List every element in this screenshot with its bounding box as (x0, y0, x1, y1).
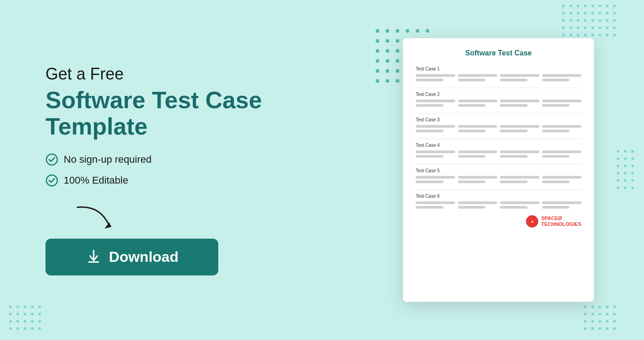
line (500, 150, 539, 153)
line (416, 206, 443, 209)
brand-name-text: SPACEØ (541, 215, 562, 221)
test-case-4-label: Test Case 4 (416, 143, 581, 148)
line (542, 176, 582, 179)
line (500, 206, 528, 209)
dot-teal (376, 29, 379, 33)
dot-teal (396, 29, 399, 33)
lines-row (416, 130, 581, 132)
check-icon-1 (45, 153, 58, 166)
test-case-4-section: Test Case 4 (416, 143, 581, 158)
line (542, 150, 582, 153)
dot-teal (386, 49, 389, 53)
dot-teal (386, 79, 389, 83)
line (542, 130, 570, 132)
line (458, 130, 486, 132)
svg-point-0 (46, 154, 57, 165)
dot-teal (426, 29, 429, 33)
check-icon-2 (45, 174, 58, 187)
brand-name: SPACEØ TECHNOLOGIES (541, 215, 581, 227)
line (416, 201, 455, 204)
lines-row (416, 201, 581, 204)
line (500, 125, 539, 128)
download-icon (86, 249, 102, 265)
line (416, 130, 443, 132)
line (542, 155, 570, 158)
title-line1: Software Test Case (45, 87, 262, 113)
line (416, 176, 455, 179)
dot-teal (386, 39, 389, 43)
line (416, 104, 443, 107)
line (500, 104, 528, 107)
brand-logo-icon: 🍁 ⋆ (526, 215, 538, 228)
line (542, 201, 582, 204)
arrow-container (73, 205, 273, 234)
line (416, 100, 455, 102)
dot-teal (416, 29, 419, 33)
lines-row (416, 206, 581, 209)
feature-editable: 100% Editable (45, 174, 273, 187)
line (416, 125, 455, 128)
main-container: Get a Free Software Test Case Template N… (0, 0, 644, 340)
line (500, 74, 539, 77)
line (458, 100, 498, 102)
line (458, 104, 486, 107)
dot-teal (376, 69, 379, 73)
line (500, 180, 528, 183)
svg-text:⋆: ⋆ (530, 218, 534, 225)
divider (416, 113, 581, 114)
dot-teal (386, 69, 389, 73)
right-section: for(let i=0;i<36;i++) document.currentSc… (389, 38, 608, 302)
test-case-6-label: Test Case 6 (416, 194, 581, 199)
document-title: Software Test Case (416, 49, 581, 57)
line (542, 125, 582, 128)
svg-rect-3 (88, 261, 99, 263)
line (500, 79, 528, 81)
dot-teal (376, 59, 379, 63)
test-case-3-section: Test Case 3 (416, 117, 581, 132)
dot-teal (396, 79, 399, 83)
download-button[interactable]: Download (45, 239, 218, 275)
download-button-label: Download (109, 249, 179, 265)
dot-teal (386, 29, 389, 33)
divider (416, 88, 581, 88)
test-case-6-section: Test Case 6 (416, 194, 581, 209)
line (416, 79, 443, 81)
line (458, 79, 486, 81)
dot-teal (376, 49, 379, 53)
line (500, 176, 539, 179)
lines-row (416, 176, 581, 179)
line (458, 150, 498, 153)
arrow-icon (73, 205, 118, 232)
line (542, 104, 570, 107)
test-case-1-label: Test Case 1 (416, 66, 581, 71)
left-section: Get a Free Software Test Case Template N… (36, 65, 273, 275)
dot-teal (376, 79, 379, 83)
lines-row (416, 100, 581, 102)
divider (416, 164, 581, 165)
brand-suffix: Ø (558, 215, 562, 221)
document-card: Software Test Case Test Case 1 (403, 38, 594, 302)
lines-row (416, 150, 581, 153)
svg-point-1 (46, 175, 57, 186)
divider (416, 190, 581, 190)
test-case-2-section: Test Case 2 (416, 92, 581, 107)
line (458, 155, 486, 158)
features-list: No sign-up required 100% Editable (45, 153, 273, 187)
line (500, 130, 528, 132)
line (500, 155, 528, 158)
lines-row (416, 180, 581, 183)
lines-row (416, 155, 581, 158)
line (416, 150, 455, 153)
line (542, 100, 582, 102)
dot-teal (406, 29, 409, 33)
line (542, 206, 570, 209)
lines-row (416, 125, 581, 128)
feature-text-2: 100% Editable (64, 175, 128, 186)
line (458, 201, 498, 204)
title-line2: Template (45, 113, 147, 140)
main-title: Software Test Case Template (45, 87, 273, 139)
dot-teal (396, 59, 399, 63)
feature-text-1: No sign-up required (64, 154, 151, 165)
lines-row (416, 104, 581, 107)
dot-teal (396, 39, 399, 43)
